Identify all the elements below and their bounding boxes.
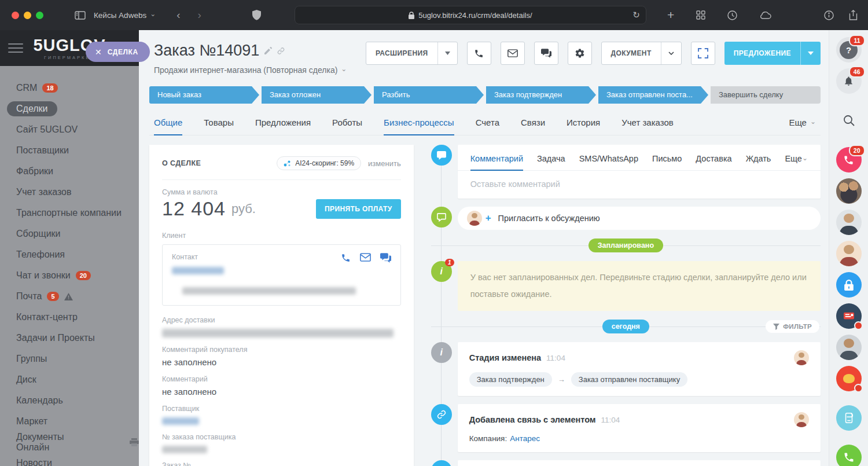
sidebar-item-documents[interactable]: Документы Онлайн <box>16 432 139 453</box>
presentation-chat-button[interactable] <box>836 303 862 329</box>
offer-button[interactable]: ПРЕДЛОЖЕНИЕ <box>724 42 821 65</box>
invite-row[interactable]: + Пригласить к обсуждению <box>458 207 821 230</box>
back-button[interactable]: ‹ <box>172 9 185 21</box>
tab-order-accounting[interactable]: Учет заказов <box>621 118 674 127</box>
reload-icon[interactable]: ↻ <box>632 10 640 20</box>
new-tab-icon[interactable] <box>667 8 674 22</box>
sidebar-item-assemblers[interactable]: Сборщики <box>16 223 139 244</box>
marketplace-chat-button[interactable] <box>836 366 862 391</box>
extensions-button[interactable]: РАСШИРЕНИЯ <box>366 42 458 65</box>
composer-tab-wait[interactable]: Ждать <box>746 154 771 163</box>
contact-name-redacted[interactable] <box>172 267 224 274</box>
comment-input[interactable]: Оставьте комментарий <box>458 171 821 199</box>
tab-more[interactable]: Еще <box>789 118 816 127</box>
sidebar-item-site[interactable]: Сайт 5UGLOV <box>16 119 139 140</box>
timeline-entry-stage-changed[interactable]: Стадия изменена 11:04 Заказ подтвержден … <box>458 342 821 396</box>
sidebar-item-factories[interactable]: Фабрики <box>16 161 139 182</box>
shield-icon[interactable] <box>252 10 261 20</box>
slider-title-pill[interactable]: ✕ СДЕЛКА <box>86 42 150 62</box>
comment-value[interactable]: не заполнено <box>162 387 401 397</box>
timeline-entry-document[interactable]: Документ создан 11:04 Создан новый докум… <box>458 460 821 466</box>
filter-button[interactable]: ФИЛЬТР <box>766 320 819 333</box>
sidebar-item-disk[interactable]: Диск <box>16 369 139 390</box>
chevron-down-icon[interactable] <box>800 42 821 65</box>
mobile-app-button[interactable] <box>836 405 862 431</box>
tab-products[interactable]: Товары <box>204 118 234 127</box>
sidebar-item-deals[interactable]: Сделки <box>16 98 139 119</box>
telephony-button[interactable]: 20 <box>836 147 862 173</box>
sidebar-item-groups[interactable]: Группы <box>16 348 139 369</box>
supplier-redacted[interactable] <box>162 417 199 425</box>
composer-tab-letter[interactable]: Письмо <box>652 154 682 163</box>
tab-robots[interactable]: Роботы <box>332 118 362 127</box>
today-badge[interactable]: сегодня <box>602 320 649 333</box>
minimize-window-button[interactable] <box>24 12 31 19</box>
tab-business-processes[interactable]: Бизнес-процессы <box>384 118 454 127</box>
composer-tab-delivery[interactable]: Доставка <box>696 154 731 163</box>
browser-sidebar-icon[interactable] <box>75 11 86 20</box>
copy-link-icon[interactable] <box>277 47 285 55</box>
edit-title-icon[interactable] <box>264 47 272 54</box>
share-icon[interactable] <box>849 10 858 20</box>
tab-invoices[interactable]: Счета <box>476 118 499 127</box>
amount-value[interactable]: 12 404 <box>162 197 226 220</box>
avatar[interactable] <box>836 241 862 266</box>
avatar[interactable] <box>794 412 809 427</box>
sidebar-item-tasks[interactable]: Задачи и Проекты <box>16 328 139 348</box>
history-icon[interactable] <box>727 10 737 20</box>
stage-sent-to-supplier[interactable]: Заказ отправлен поста... <box>598 86 708 104</box>
security-button[interactable] <box>836 272 862 298</box>
envelope-icon[interactable] <box>360 253 371 262</box>
search-button[interactable] <box>836 108 862 133</box>
settings-button[interactable] <box>568 42 592 65</box>
sidebar-item-telephony[interactable]: Телефония <box>16 244 139 265</box>
stage-split[interactable]: Разбить <box>374 86 484 104</box>
document-button[interactable]: ДОКУМЕНТ <box>601 42 682 65</box>
chat-icon[interactable] <box>380 253 391 263</box>
sidebar-item-crm[interactable]: CRM18 <box>16 78 139 98</box>
ai-scoring-pill[interactable]: AI24-скоринг: 59% <box>277 156 361 170</box>
sidebar-item-suppliers[interactable]: Поставщики <box>16 140 139 161</box>
avatar[interactable] <box>836 210 862 235</box>
notifications-button[interactable]: 46 <box>836 68 862 94</box>
avatar[interactable] <box>836 335 862 360</box>
pipeline-selector[interactable]: Продажи интернет-магазина (Повторная сде… <box>149 60 347 75</box>
sidebar-item-news[interactable]: Новости <box>16 453 139 466</box>
callback-button[interactable] <box>836 445 862 466</box>
tab-overview-icon[interactable] <box>696 10 705 20</box>
composer-tab-more[interactable]: Еще <box>785 154 808 163</box>
buyer-comment-value[interactable]: не заполнено <box>162 357 401 367</box>
accept-payment-button[interactable]: ПРИНЯТЬ ОПЛАТУ <box>316 199 401 219</box>
close-icon[interactable]: ✕ <box>95 47 102 57</box>
sidebar-item-order-accounting[interactable]: Учет заказов <box>16 182 139 203</box>
cloud-tabs-icon[interactable] <box>759 11 771 19</box>
sidebar-item-mail[interactable]: Почта5 <box>16 286 139 307</box>
composer-tab-sms[interactable]: SMS/WhatsApp <box>579 154 638 163</box>
tab-general[interactable]: Общие <box>154 118 182 127</box>
avatar[interactable] <box>794 350 809 365</box>
address-bar[interactable]: 5uglov.bitrix24.ru/crm/deal/details/ ↻ <box>295 6 646 24</box>
stage-finish-deal[interactable]: Завершить сделку <box>711 86 821 104</box>
sidebar-item-calendar[interactable]: Календарь <box>16 390 139 411</box>
tab-quotes[interactable]: Предложения <box>255 118 311 127</box>
zoom-window-button[interactable] <box>36 12 43 19</box>
stage-new-order[interactable]: Новый заказ <box>149 86 259 104</box>
sidebar-item-contact-center[interactable]: Контакт-центр <box>16 307 139 328</box>
call-button[interactable] <box>467 42 491 65</box>
chat-button[interactable] <box>534 42 558 65</box>
avatar-group[interactable] <box>836 178 862 204</box>
timeline-entry-link-added[interactable]: Добавлена связь с элементом 11:04 Компан… <box>458 404 821 452</box>
forward-button[interactable]: › <box>193 9 206 21</box>
expand-button[interactable] <box>691 42 715 65</box>
composer-tab-comment[interactable]: Комментарий <box>470 154 523 163</box>
close-window-button[interactable] <box>12 12 19 19</box>
stage-postponed[interactable]: Заказ отложен <box>262 86 372 104</box>
phone-icon[interactable] <box>341 253 351 263</box>
tab-group-selector[interactable]: Кейсы Adwebs <box>94 11 156 20</box>
sidebar-item-transport[interactable]: Транспортные компании <box>16 203 139 223</box>
stage-confirmed[interactable]: Заказ подтвержден <box>486 86 596 104</box>
sidebar-item-market[interactable]: Маркет <box>16 411 139 432</box>
tab-history[interactable]: История <box>567 118 600 127</box>
email-button[interactable] <box>501 42 525 65</box>
tab-relations[interactable]: Связи <box>521 118 545 127</box>
